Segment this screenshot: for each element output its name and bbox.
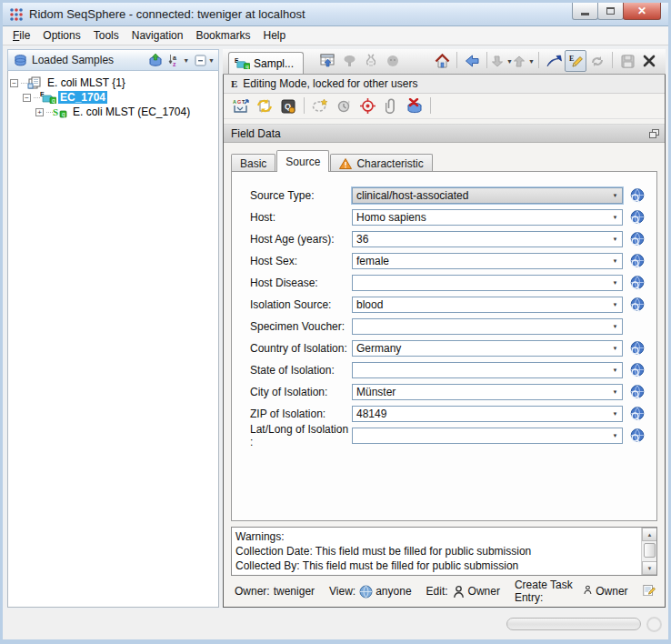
- field-row-latlong: Lat/Long of Isolation : ▼: [250, 425, 656, 447]
- scroll-up-icon[interactable]: ▲: [642, 528, 657, 541]
- attachment-icon[interactable]: [379, 96, 403, 117]
- menu-bookmarks[interactable]: Bookmarks: [189, 27, 256, 44]
- tab-basic[interactable]: Basic: [231, 154, 275, 172]
- state-combo[interactable]: ▼: [352, 362, 623, 378]
- warnings-box[interactable]: Warnings: Collection Date: This field mu…: [231, 527, 657, 576]
- expand-expander-icon[interactable]: +: [35, 108, 44, 116]
- load-samples-button[interactable]: [148, 54, 163, 67]
- history-icon[interactable]: [332, 96, 356, 117]
- close-button[interactable]: ✕: [623, 3, 661, 20]
- tree-label-selected[interactable]: EC_1704: [58, 91, 107, 104]
- chevron-down-icon[interactable]: ▼: [608, 319, 622, 334]
- tree-item-sample[interactable]: − Eq EC_1704: [10, 90, 216, 105]
- chevron-down-icon: ▼: [208, 57, 215, 64]
- scrollbar[interactable]: ▲ ▼: [641, 528, 656, 575]
- menu-options[interactable]: Options: [36, 27, 86, 44]
- combo-value: clinical/host-associated: [353, 189, 608, 202]
- menu-file[interactable]: File: [6, 27, 36, 44]
- ontology-search-icon[interactable]: [629, 341, 646, 357]
- source-type-combo[interactable]: clinical/host-associated ▼: [352, 187, 623, 204]
- tree-item-scheme[interactable]: + Sq E. coli MLST (EC_1704): [10, 105, 216, 119]
- tree-label[interactable]: E. coli MLST {1}: [45, 76, 127, 89]
- collapse-all-button[interactable]: ▼: [195, 55, 215, 66]
- country-combo[interactable]: Germany ▼: [352, 340, 623, 357]
- field-row-host-disease: Host Disease: ▼: [250, 272, 656, 294]
- tab-source[interactable]: Source: [276, 150, 329, 172]
- view-tabstrip: Eq Sampl...: [223, 49, 666, 75]
- delete-from-db-icon[interactable]: [403, 96, 426, 117]
- dna-icon[interactable]: [360, 50, 382, 72]
- auto-annotate-icon[interactable]: [308, 96, 332, 117]
- agt-export-icon[interactable]: AGT: [229, 96, 253, 117]
- next-down-icon[interactable]: ▼: [491, 50, 513, 72]
- chevron-down-icon[interactable]: ▼: [608, 188, 622, 203]
- chevron-down-icon[interactable]: ▼: [608, 297, 622, 312]
- menu-navigation[interactable]: Navigation: [125, 27, 190, 44]
- minimize-button[interactable]: [572, 3, 598, 20]
- tab-sample[interactable]: Eq Sampl...: [228, 52, 304, 74]
- sample-table-icon[interactable]: [316, 50, 338, 72]
- chevron-down-icon[interactable]: ▼: [608, 276, 622, 290]
- tab-label: Basic: [240, 157, 266, 170]
- menu-help[interactable]: Help: [256, 27, 292, 44]
- maximize-button[interactable]: [597, 3, 624, 20]
- ontology-search-icon[interactable]: [629, 407, 646, 422]
- ontology-search-icon[interactable]: [629, 232, 646, 247]
- query-settings-icon[interactable]: Q: [276, 96, 300, 117]
- submit-icon[interactable]: [543, 50, 565, 72]
- ontology-search-icon[interactable]: [629, 428, 646, 444]
- collapse-expander-icon[interactable]: −: [23, 94, 31, 102]
- reload-fields-icon[interactable]: [253, 96, 276, 117]
- ontology-search-icon[interactable]: [629, 210, 646, 226]
- field-row-city: City of Isolation: Münster ▼: [250, 381, 656, 403]
- ontology-search-icon[interactable]: [629, 188, 646, 204]
- sync-icon[interactable]: [586, 50, 608, 72]
- zip-combo[interactable]: 48149 ▼: [352, 406, 623, 422]
- scroll-down-icon[interactable]: ▼: [642, 561, 657, 575]
- isolation-source-combo[interactable]: blood ▼: [352, 297, 623, 313]
- comparison-icon[interactable]: [382, 50, 404, 72]
- sort-az-button[interactable]: az ▼: [168, 54, 189, 66]
- tree-item-project[interactable]: − E. coli MLST {1}: [10, 75, 216, 90]
- host-age-combo[interactable]: 36 ▼: [352, 231, 623, 247]
- chevron-down-icon[interactable]: ▼: [608, 385, 622, 399]
- field-data-header: Field Data: [224, 124, 665, 143]
- tab-characteristic[interactable]: Characteristic: [330, 154, 432, 172]
- target-icon[interactable]: [356, 96, 379, 117]
- tree-view-icon[interactable]: [338, 50, 360, 72]
- menu-tools[interactable]: Tools: [87, 27, 125, 44]
- host-combo[interactable]: Homo sapiens ▼: [352, 209, 623, 226]
- ontology-search-icon[interactable]: [629, 276, 646, 291]
- host-disease-combo[interactable]: ▼: [352, 275, 623, 291]
- chevron-down-icon[interactable]: ▼: [608, 254, 622, 268]
- ontology-search-icon[interactable]: [629, 385, 646, 400]
- chevron-down-icon[interactable]: ▼: [608, 428, 622, 443]
- edit-mode-toggle[interactable]: E: [565, 50, 586, 72]
- chevron-down-icon[interactable]: ▼: [608, 341, 622, 356]
- chevron-down-icon[interactable]: ▼: [608, 407, 622, 421]
- app-window: Ridom SeqSphere - connected: tweniger at…: [0, 0, 671, 644]
- title-bar[interactable]: Ridom SeqSphere - connected: tweniger at…: [3, 3, 668, 26]
- ontology-search-icon[interactable]: [629, 297, 646, 313]
- chevron-down-icon[interactable]: ▼: [608, 210, 622, 225]
- save-icon[interactable]: [616, 50, 638, 72]
- collapse-expander-icon[interactable]: −: [10, 79, 18, 87]
- task-permission: Create Task Entry: Owner: [515, 579, 628, 604]
- specimen-voucher-combo[interactable]: ▼: [352, 318, 623, 335]
- latlong-combo[interactable]: ▼: [352, 428, 623, 444]
- undock-icon[interactable]: [649, 129, 659, 138]
- ontology-search-icon[interactable]: [629, 254, 646, 269]
- chevron-down-icon[interactable]: ▼: [608, 232, 622, 247]
- scroll-thumb[interactable]: [644, 543, 656, 558]
- city-combo[interactable]: Münster ▼: [352, 384, 623, 400]
- host-sex-combo[interactable]: female ▼: [352, 253, 623, 269]
- back-icon[interactable]: [461, 50, 483, 72]
- chevron-down-icon[interactable]: ▼: [608, 363, 622, 377]
- prev-up-icon[interactable]: ▼: [513, 50, 535, 72]
- ontology-search-icon[interactable]: [629, 363, 646, 378]
- edit-permissions-icon[interactable]: [643, 584, 656, 599]
- close-view-icon[interactable]: [638, 50, 660, 72]
- field-row-host-age: Host Age (years): 36 ▼: [250, 228, 656, 250]
- home-icon[interactable]: [431, 50, 453, 72]
- tree-label[interactable]: E. coli MLST (EC_1704): [71, 106, 192, 118]
